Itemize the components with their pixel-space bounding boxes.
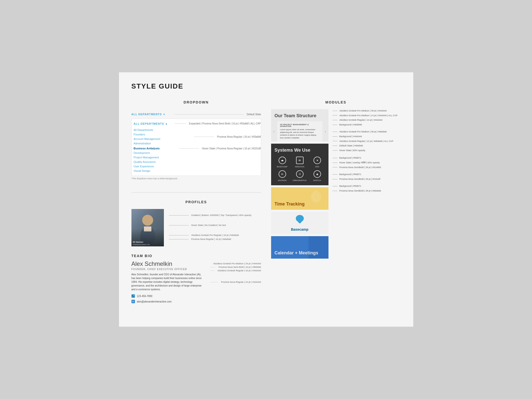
chevron-down-icon: ▾ [163,113,165,116]
system-indesign[interactable]: ID INDESIGN [292,156,308,168]
email-icon: ✉ [131,300,135,303]
anno-dash-tt-bg [332,158,337,158]
anno-tt-font: Proxima Nova SemiBold | 28 pt | #914800 [332,166,401,169]
anno-sys-bg: Background | #444444 [332,135,401,138]
system-sketch[interactable]: ◈ SKETCH [310,170,325,181]
profile-image-wrap: Eli Samour XPERIENCE DIRECTOR [131,209,164,246]
team-structure-row: Our Team Structure ‹ VP PROJECT MANAGEME… [271,109,328,142]
anno-cal-bg: Background | #f0d071 [332,185,401,188]
phone-row: 📞 123-456-7890 [131,294,205,298]
bio-name: Alex Schmelkin [131,260,205,267]
chevron-up-icon: ▴ [166,122,167,125]
modules-inner: Our Team Structure ‹ VP PROJECT MANAGEME… [271,109,401,261]
anno-basecamp: Background | #f0d071 Proxima Nova SemiBo… [332,173,401,181]
dropdown-item-ux[interactable]: User Experience [132,164,261,169]
dropdown-section-title: DROPDOWN [131,100,261,104]
time-tracking-row: Time Tracking [271,187,328,210]
dropdown-item-hover[interactable]: Business Anttalysts [132,146,176,151]
profile-annotations: Gradient | Bottom: #000000 | Top: Transp… [169,209,261,242]
calendar-label: Calendar + Meetings [275,250,319,256]
prev-arrow-button[interactable]: ‹ [271,121,277,142]
systems-title: Systems We Use [275,148,325,153]
dropdown-item-account[interactable]: Account Management [132,137,191,141]
svg-text:Eli Samour: Eli Samour [133,241,143,243]
anno-systems: Akziderz-Grotesk Pro Medium | 38 pt | #e… [332,130,401,152]
dropdown-area: ALL DEPARTMENTS ▾ Default State ALL DEPA… [131,109,261,182]
profiles-section: PROFILES [131,200,261,304]
anno-sys-label: Akziderz-Grotesk Regular | 12 pt | #ebeb… [332,140,401,143]
dropdown-item-qa[interactable]: Quality Assurance [132,160,261,164]
basecamp-module-card[interactable]: Basecamp [271,212,328,234]
dropdown-item-admin[interactable]: Administration [132,141,191,146]
anno-cal-font: Proxima Nova SemiBold | 28 pt | #ebebeb [332,189,401,193]
email-row: ✉ alex@alexanderinteractive.com [131,300,205,303]
indesign-icon: ID [296,157,304,164]
dropdown-item-all[interactable]: All Departments [132,128,191,132]
right-column: MODULES Our Team Structure ‹ [271,100,401,312]
system-invision[interactable]: in INVISION [275,170,290,181]
dropdown-expanded-trigger[interactable]: ALL DEPARTMENTS ▴ [132,121,172,126]
anno-sys-label-text: Akziderz-Grotesk Regular | 12 pt | #ebeb… [339,140,393,143]
annotation-hover: Hover State | No Gradient | No text [169,224,261,226]
anno-bc-font-text: Proxima Nova SemiBold | 28 pt | #015c8f [339,178,380,181]
anno-bc-font: Proxima Nova SemiBold | 28 pt | #015c8f [332,178,401,181]
anno-sys-hover: Hover State | 60% opacity [332,149,401,152]
system-basecamp[interactable]: BASECAMP [275,156,290,168]
annotation-line-hover-profile [169,225,189,225]
anno-dash-sys-hover [332,150,337,151]
page-title: STYLE GUIDE [131,82,401,90]
anno-bc-bg: Background | #f0d071 [332,173,401,176]
anno-sys-title: Akziderz-Grotesk Pro Medium | 38 pt | #e… [332,130,401,133]
team-card-subtitle: VP PROJECT MANAGEMENT & OPERATION [280,124,319,127]
indesign-label: INDESIGN [292,166,308,168]
sketch-label: SKETCH [310,180,325,181]
calendar-row: Calendar + Meetings [271,236,328,259]
dropdown-items-note: Proxima Nova Regular | 16 pt | #93a8df [217,135,261,138]
bio-anno-line-title [210,267,216,267]
anno-ts-title-text: Akziderz-Grotesk Pro Medium | 38 pt | #4… [339,109,387,112]
cards-side: Our Team Structure ‹ VP PROJECT MANAGEME… [271,109,328,261]
systems-grid: BASECAMP ID INDESIGN [275,156,325,181]
sketch-icon-wrap: ◈ [313,170,322,179]
basecamp-module-row: Basecamp [271,212,328,234]
bio-anno-contact-text: Proxima Nova Regular | 16 pt | #444444 [221,281,261,283]
basecamp-module-icon [295,214,305,226]
anno-dash-sys-label [332,141,337,141]
annotation-line-expanded [175,123,186,124]
dropdown-item-vd[interactable]: Visual Design [132,169,261,173]
team-bio-title: TEAM BIO [131,254,261,258]
system-jira[interactable]: ✕ JIRA [310,156,325,168]
person-svg: Eli Samour XPERIENCE DIRECTOR [131,209,164,246]
anno-dash-ts-bg [332,125,337,125]
team-card-header: Our Team Structure [271,109,328,121]
annotation-name-font-text: Akzidenz-Grotesk Pro Regular | 16 pt | #… [191,234,239,236]
anno-dash-ts-title [332,111,337,111]
section-divider [131,192,261,193]
anno-ts-desc: Akziderz-Grotesk Regular | 14 pt | #4444… [332,118,401,122]
bio-anno-line-contact [210,282,218,282]
dropdown-default-note: Default State [247,113,261,116]
dropdown-expanded-note: Expanded | Proxima Nova Semi-Bold | 16 p… [189,122,261,125]
dropdown-item-founders[interactable]: Founders [132,132,191,137]
dropdown-item-pm[interactable]: Project Management [132,155,261,160]
basecamp-label: BASECAMP [275,166,290,168]
dropdown-item-dev[interactable]: Development [132,151,261,155]
anno-sys-bg-text: Background | #444444 [339,135,362,138]
phone-icon: 📞 [131,294,135,298]
annotation-title-font: Proxima Nova Regular | 16 pt | #ebebeb [169,238,261,240]
system-omnigraffle[interactable]: ⬡ OMNIGRAFFLE [292,170,308,181]
dropdown-default-trigger[interactable]: ALL DEPARTMENTS ▾ [131,112,171,117]
anno-ts-desc-text: Akziderz-Grotesk Regular | 14 pt | #4444… [339,118,383,122]
bio-anno-line-bio [210,271,214,271]
time-tracking-card[interactable]: Time Tracking [271,187,328,210]
annotation-line-hover [179,148,199,149]
annotation-name-font: Akzidenz-Grotesk Pro Regular | 16 pt | #… [169,234,261,236]
annotation-line-name [169,235,189,235]
calendar-card[interactable]: Calendar + Meetings [271,236,328,259]
bio-description: Alex Schmelkin, founder and CEO of Alexa… [131,273,205,291]
jira-icon: ✕ [314,157,321,164]
anno-dash-sys-title [332,132,337,132]
next-arrow-button[interactable]: › [322,121,328,142]
svg-point-6 [296,215,304,222]
dropdown-expanded-label: ALL DEPARTMENTS [134,122,164,125]
